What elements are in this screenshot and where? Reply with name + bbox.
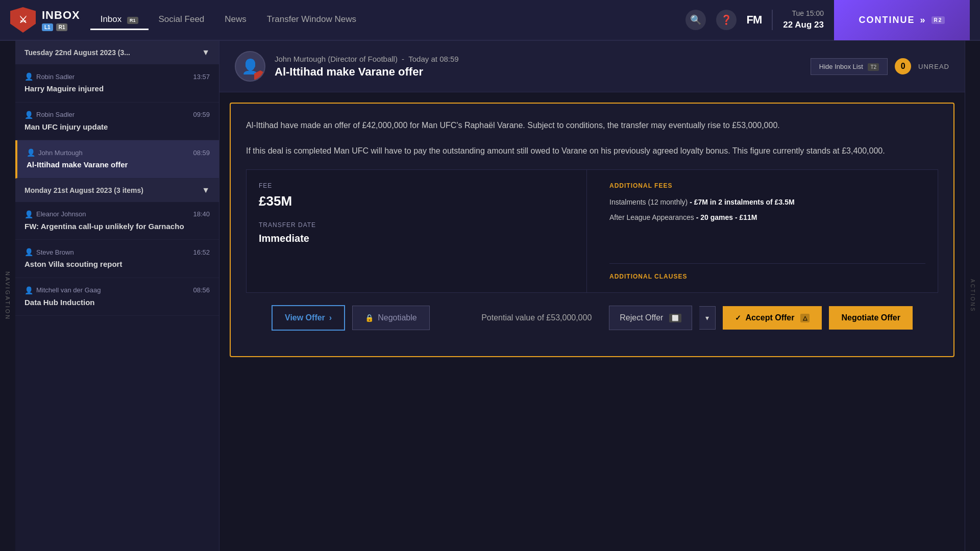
additional-clauses-section: ADDITIONAL CLAUSES (609, 263, 925, 280)
inbox-subject: Al-Ittihad make Varane offer (27, 160, 210, 170)
datetime-date: 22 Aug 23 (783, 19, 824, 31)
message-header: 👤 John Murtough (Director of Football) -… (219, 41, 965, 92)
reject-badge: ⬜ (669, 314, 681, 322)
accept-badge: △ (800, 314, 810, 322)
inbox-list-scroll[interactable]: Tuesday 22nd August 2023 (3... ▼ Robin S… (15, 41, 219, 551)
inbox-sender: Eleanor Johnson (24, 210, 86, 218)
additional-clauses-title: ADDITIONAL CLAUSES (609, 273, 925, 280)
sender-avatar: 👤 (235, 51, 265, 82)
action-bar: View Offer › 🔒 Negotiable Potential valu… (256, 305, 928, 331)
person-icon (27, 148, 35, 157)
inbox-subject: Harry Maguire injured (24, 84, 210, 94)
top-bar: ⚔ INBOX L1 R1 Inbox R1 Social Feed News … (0, 0, 980, 41)
offer-grid: FEE £35M TRANSFER DATE Immediate ADDITIO… (246, 169, 938, 293)
inbox-time: 08:59 (193, 149, 210, 157)
hide-inbox-badge: T2 (868, 63, 879, 71)
inbox-time: 16:52 (193, 248, 210, 256)
inbox-item-header: Steve Brown 16:52 (24, 248, 210, 256)
nav-links: Inbox R1 Social Feed News Transfer Windo… (90, 10, 685, 30)
negotiable-button[interactable]: 🔒 Negotiable (352, 306, 430, 330)
inbox-group-monday-label: Monday 21st August 2023 (3 items) (24, 186, 143, 194)
inbox-title: INBOX (42, 9, 80, 22)
actions-side-label: ACTIONS (965, 41, 980, 551)
club-logo: ⚔ (10, 7, 36, 33)
inbox-subject: Aston Villa scouting report (24, 259, 210, 269)
help-button[interactable]: ❓ (716, 10, 737, 30)
main-layout: NAVIGATION Tuesday 22nd August 2023 (3..… (0, 41, 980, 551)
message-text-2: If this deal is completed Man UFC will h… (246, 144, 938, 158)
inbox-item-header: John Murtough 08:59 (27, 148, 210, 157)
inbox-group-tuesday[interactable]: Tuesday 22nd August 2023 (3... ▼ (15, 41, 219, 64)
inbox-group-monday[interactable]: Monday 21st August 2023 (3 items) ▼ (15, 179, 219, 202)
search-button[interactable]: 🔍 (685, 10, 706, 30)
person-icon (24, 248, 33, 256)
view-offer-chevron: › (329, 313, 332, 322)
inbox-sender: John Murtough (27, 148, 83, 157)
message-text-1: Al-Ittihad have made an offer of £42,000… (246, 119, 938, 132)
inbox-r1-badge: R1 (56, 23, 68, 31)
inbox-group-tuesday-label: Tuesday 22nd August 2023 (3... (24, 48, 130, 57)
person-icon (24, 72, 33, 81)
unread-label: UNREAD (918, 63, 949, 70)
avatar-person-icon: 👤 (241, 58, 259, 75)
inbox-sender: Robin Sadler (24, 111, 75, 119)
continue-button[interactable]: CONTINUE » R2 (834, 0, 970, 40)
list-item[interactable]: John Murtough 08:59 Al-Ittihad make Vara… (15, 140, 219, 179)
header-actions: Hide Inbox List T2 0 UNREAD (811, 58, 949, 75)
message-from: John Murtough (Director of Football) - T… (275, 55, 801, 63)
inbox-list: Tuesday 22nd August 2023 (3... ▼ Robin S… (15, 41, 219, 551)
negotiate-offer-button[interactable]: Negotiate Offer (829, 306, 913, 330)
continue-chevrons: » (920, 15, 926, 26)
inbox-sender: Robin Sadler (24, 72, 75, 81)
datetime-time: Tue 15:00 (783, 9, 824, 19)
inbox-group-monday-chevron: ▼ (202, 186, 210, 195)
navigation-side-label: NAVIGATION (0, 41, 15, 551)
list-item[interactable]: Steve Brown 16:52 Aston Villa scouting r… (15, 240, 219, 278)
inbox-sender: Mitchell van der Gaag (24, 286, 101, 294)
continue-label: CONTINUE (859, 15, 915, 26)
hide-inbox-button[interactable]: Hide Inbox List T2 (811, 58, 888, 75)
person-icon (24, 286, 33, 294)
fee-row-league-apps: After League Appearances - 20 games - £1… (609, 213, 925, 223)
transfer-date-value: Immediate (259, 233, 574, 244)
fee-value: £35M (259, 193, 574, 209)
reject-dropdown-button[interactable]: ▾ (699, 306, 716, 330)
accept-offer-button[interactable]: ✓ Accept Offer △ (723, 306, 822, 330)
reject-offer-button[interactable]: Reject Offer ⬜ (609, 306, 692, 330)
inbox-r1-nav-badge: R1 (127, 17, 138, 24)
nav-link-transfer[interactable]: Transfer Window News (257, 10, 366, 30)
fm-logo: FM (747, 13, 762, 27)
list-item[interactable]: Robin Sadler 13:57 Harry Maguire injured (15, 64, 219, 103)
fee-row-instalments: Instalments (12 monthly) - £7M in 2 inst… (609, 197, 925, 208)
continue-r2-badge: R2 (932, 16, 945, 24)
inbox-subject: FW: Argentina call-up unlikely for Garna… (24, 221, 210, 232)
nav-link-social[interactable]: Social Feed (149, 10, 215, 30)
message-subject: Al-Ittihad make Varane offer (275, 65, 801, 79)
unread-badge: 0 (895, 58, 911, 74)
offer-right: ADDITIONAL FEES Instalments (12 monthly)… (597, 170, 938, 292)
person-icon (24, 210, 33, 218)
transfer-date-label: TRANSFER DATE (259, 221, 574, 229)
message-meta: John Murtough (Director of Football) - T… (275, 55, 801, 79)
message-body: Al-Ittihad have made an offer of £42,000… (230, 103, 954, 357)
inbox-item-header: Eleanor Johnson 18:40 (24, 210, 210, 218)
offer-left: FEE £35M TRANSFER DATE Immediate (247, 170, 587, 292)
top-right: 🔍 ❓ FM Tue 15:00 22 Aug 23 CONTINUE » R2 (685, 0, 970, 40)
additional-fees-title: ADDITIONAL FEES (609, 182, 925, 189)
main-content: 👤 John Murtough (Director of Football) -… (219, 41, 965, 551)
list-item[interactable]: Eleanor Johnson 18:40 FW: Argentina call… (15, 202, 219, 240)
inbox-l1-badge: L1 (42, 23, 53, 31)
chevron-down-icon: ▾ (705, 314, 709, 322)
nav-link-news[interactable]: News (214, 10, 257, 30)
nav-link-inbox[interactable]: Inbox R1 (90, 10, 149, 30)
list-item[interactable]: Robin Sadler 09:59 Man UFC injury update (15, 103, 219, 141)
fee-label: FEE (259, 182, 574, 189)
logo-area: ⚔ INBOX L1 R1 (10, 7, 80, 33)
datetime: Tue 15:00 22 Aug 23 (783, 9, 824, 31)
list-item[interactable]: Mitchell van der Gaag 08:56 Data Hub Ind… (15, 278, 219, 316)
inbox-time: 18:40 (193, 210, 210, 218)
inbox-time: 13:57 (193, 73, 210, 81)
inbox-subject: Data Hub Induction (24, 297, 210, 308)
view-offer-button[interactable]: View Offer › (272, 305, 345, 331)
lock-icon: 🔒 (365, 314, 374, 322)
